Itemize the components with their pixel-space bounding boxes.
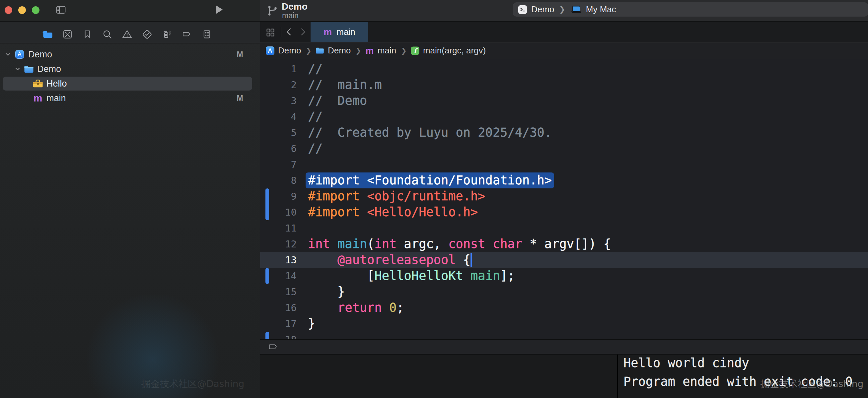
code-token-keyword: const bbox=[448, 237, 485, 251]
toolbox-icon bbox=[33, 78, 43, 89]
line-number: 4 bbox=[260, 109, 297, 125]
bookmark-navigator-icon[interactable] bbox=[82, 29, 93, 39]
tree-item-demo[interactable]: DemoM bbox=[0, 47, 260, 62]
minimize-window-button[interactable] bbox=[18, 6, 26, 14]
variables-view bbox=[260, 355, 617, 398]
app-icon bbox=[14, 49, 25, 60]
app-icon bbox=[266, 46, 274, 55]
line-number: 5 bbox=[260, 125, 297, 141]
code-line-5: // Created by Luyu on 2025/4/30. bbox=[308, 125, 552, 141]
code-token-string: <objc/runtime.h> bbox=[367, 189, 485, 203]
code-token-plain bbox=[463, 269, 470, 283]
code-token-plain: } bbox=[308, 317, 315, 331]
run-destination-icon bbox=[571, 6, 582, 14]
breakpoint-navigator-icon[interactable] bbox=[182, 29, 192, 39]
issue-navigator-icon[interactable] bbox=[122, 29, 132, 39]
line-number: 7 bbox=[260, 157, 297, 172]
sidebar-toolbar bbox=[0, 0, 260, 22]
line-number: 10 bbox=[260, 204, 297, 220]
code-line-4: // bbox=[308, 109, 323, 125]
line-number: 8 bbox=[260, 172, 297, 188]
editor-grid-icon[interactable] bbox=[266, 28, 275, 37]
jump-bar-item[interactable]: main bbox=[378, 45, 396, 56]
zoom-window-button[interactable] bbox=[32, 6, 39, 14]
scheme-target-label[interactable]: Demo bbox=[531, 4, 554, 14]
jump-bar-item[interactable]: Demo bbox=[278, 45, 301, 56]
line-number: 6 bbox=[260, 141, 297, 157]
code-token-plain: [ bbox=[308, 269, 374, 283]
scheme-selector[interactable]: Demo ❯ My Mac bbox=[513, 2, 868, 16]
disclosure-chevron-icon[interactable] bbox=[14, 66, 21, 72]
chevron-right-icon: ❯ bbox=[559, 5, 565, 14]
go-back-button[interactable] bbox=[285, 27, 293, 36]
source-editor[interactable]: 1//2// main.m3// Demo4//5// Created by L… bbox=[260, 59, 868, 339]
line-number: 1 bbox=[260, 61, 297, 77]
breakpoint-toggle-icon[interactable] bbox=[267, 342, 279, 351]
tree-item-hello[interactable]: Hello bbox=[0, 76, 260, 91]
code-token-plain: ]; bbox=[500, 269, 515, 283]
code-token-plain: ( bbox=[367, 237, 374, 251]
code-token-keyword: char bbox=[493, 237, 522, 251]
divider bbox=[281, 27, 281, 37]
code-token-comment: // Created by Luyu on 2025/4/30. bbox=[308, 125, 552, 140]
code-line-8: #import <Foundation/Foundation.h> bbox=[308, 172, 552, 188]
tree-item-label: Demo bbox=[28, 47, 52, 62]
code-line-3: // Demo bbox=[308, 93, 367, 109]
close-window-button[interactable] bbox=[5, 6, 12, 14]
line-number: 13 bbox=[260, 252, 297, 268]
folder-icon bbox=[24, 64, 34, 74]
code-token-plain: argc, bbox=[397, 237, 448, 251]
code-token-keyword: return bbox=[337, 300, 382, 315]
debug-navigator-icon[interactable] bbox=[162, 29, 172, 39]
code-token-string: <Hello/Hello.h> bbox=[367, 205, 478, 219]
code-token-plain bbox=[308, 253, 337, 267]
code-token-plain: ; bbox=[397, 300, 404, 315]
tree-item-main[interactable]: mmainM bbox=[0, 91, 260, 105]
project-navigator-icon[interactable] bbox=[42, 29, 53, 39]
test-navigator-icon[interactable] bbox=[142, 29, 152, 39]
report-navigator-icon[interactable] bbox=[202, 29, 212, 39]
window-titlebar: Demo main Demo ❯ My Mac bbox=[260, 0, 868, 22]
code-token-plain bbox=[360, 205, 367, 219]
xcode-window: DemoMDemoHellommainM Demo main Demo ❯ My… bbox=[0, 0, 868, 398]
run-button[interactable] bbox=[214, 4, 224, 15]
go-forward-button[interactable] bbox=[299, 27, 307, 36]
code-token-preproc: #import bbox=[308, 189, 360, 203]
source-control-status-badge: M bbox=[234, 91, 246, 105]
find-navigator-icon[interactable] bbox=[102, 29, 113, 39]
jump-bar-item[interactable]: main(argc, argv) bbox=[423, 45, 486, 56]
jump-bar-item[interactable]: Demo bbox=[328, 45, 351, 56]
code-token-plain bbox=[486, 237, 493, 251]
chevron-right-icon: ❯ bbox=[401, 47, 407, 55]
source-control-status-badge: M bbox=[234, 47, 246, 62]
code-line-12: int main(int argc, const char * argv[]) … bbox=[308, 236, 611, 252]
watermark-text: 掘金技术社区@Dashing bbox=[761, 379, 863, 389]
code-token-comment: // main.m bbox=[308, 77, 382, 92]
tree-item-label: Demo bbox=[37, 62, 61, 76]
editor-tab-main[interactable]: mmain bbox=[311, 22, 368, 42]
code-token-methodProj: main bbox=[470, 269, 500, 283]
jump-bar: Demo❯Demo❯mmain❯fmain(argc, argv) bbox=[260, 42, 868, 59]
code-line-16: return 0; bbox=[308, 300, 404, 316]
code-line-15: } bbox=[308, 284, 345, 300]
code-token-function: main bbox=[337, 237, 367, 251]
source-control-branch-icon bbox=[266, 4, 278, 18]
code-line-17: } bbox=[308, 316, 315, 332]
line-number: 9 bbox=[260, 188, 297, 204]
code-line-9: #import <objc/runtime.h> bbox=[308, 188, 486, 204]
code-token-plain: * argv[]) { bbox=[522, 237, 611, 251]
source-control-navigator-icon[interactable] bbox=[62, 29, 73, 39]
branch-name: main bbox=[282, 11, 299, 20]
disclosure-chevron-icon[interactable] bbox=[5, 52, 11, 57]
code-token-plain bbox=[382, 300, 389, 315]
toggle-sidebar-icon[interactable] bbox=[54, 5, 68, 14]
navigator-sidebar: DemoMDemoHellommainM bbox=[0, 0, 260, 398]
code-line-14: [HelloHelloKt main]; bbox=[308, 268, 515, 284]
debug-bar bbox=[260, 339, 868, 355]
scheme-destination-label[interactable]: My Mac bbox=[586, 4, 616, 14]
tree-item-demo[interactable]: Demo bbox=[0, 62, 260, 76]
scheme-target-icon bbox=[518, 5, 527, 14]
code-token-preproc: #import bbox=[308, 205, 360, 219]
code-token-keyword: @autoreleasepool bbox=[337, 253, 456, 267]
line-number: 11 bbox=[260, 220, 297, 236]
